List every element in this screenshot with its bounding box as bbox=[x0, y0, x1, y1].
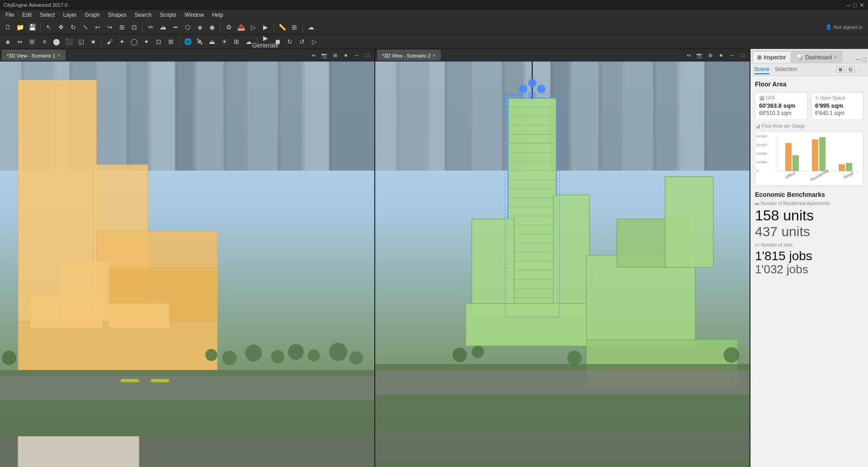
menu-scripts[interactable]: Scripts bbox=[156, 11, 180, 19]
save-btn[interactable]: 💾 bbox=[26, 21, 38, 33]
align-btn[interactable]: ⊞ bbox=[116, 21, 128, 33]
sep2-1 bbox=[101, 37, 102, 46]
view-btn[interactable]: ◱ bbox=[75, 36, 87, 48]
shape-btn[interactable]: ⬡ bbox=[182, 21, 193, 33]
left-max-btn[interactable]: □ bbox=[363, 51, 373, 60]
dynamic-btn[interactable]: ◉ bbox=[206, 21, 218, 33]
lasso-btn[interactable]: ◯ bbox=[128, 36, 140, 48]
svg-rect-41 bbox=[18, 437, 139, 467]
inspector-toggle-btn[interactable]: ⊡ bbox=[846, 66, 854, 73]
selection-subtab[interactable]: Selection bbox=[775, 65, 797, 74]
right-minus-btn[interactable]: ─ bbox=[727, 51, 737, 60]
measure-btn[interactable]: ⊞ bbox=[288, 21, 300, 33]
right-viewport[interactable] bbox=[375, 62, 750, 467]
terrain2-btn[interactable]: ⛰ bbox=[206, 36, 218, 48]
close-btn[interactable]: ✕ bbox=[859, 2, 864, 9]
menu-select[interactable]: Select bbox=[36, 11, 58, 19]
star-btn[interactable]: ★ bbox=[87, 36, 99, 48]
generate2-btn[interactable]: ▶ Generate bbox=[259, 36, 271, 48]
rotate-btn[interactable]: ↻ bbox=[67, 21, 79, 33]
jobs-icon: 🏷 bbox=[755, 243, 760, 248]
svg-point-86 bbox=[519, 85, 528, 93]
title-bar-controls[interactable]: ─ □ ✕ bbox=[846, 2, 864, 9]
redo-btn[interactable]: ↪ bbox=[104, 21, 116, 33]
right-sync-btn[interactable]: ⇔ bbox=[684, 51, 693, 60]
menu-file[interactable]: File bbox=[2, 11, 18, 19]
layers-btn[interactable]: ≡ bbox=[38, 36, 50, 48]
play-btn[interactable]: ▶ bbox=[259, 21, 271, 33]
cloud-btn[interactable]: ☁ bbox=[305, 21, 317, 33]
dashboard-icon: 📊 bbox=[797, 54, 803, 61]
svg-rect-56 bbox=[677, 62, 708, 171]
left-view-opts[interactable]: ⊞ bbox=[330, 51, 340, 60]
play2-btn[interactable]: ▷ bbox=[308, 36, 320, 48]
generate-btn[interactable]: ⚙ bbox=[223, 21, 235, 33]
dashboard-tab[interactable]: 📊 Dashboard ✕ bbox=[792, 51, 842, 63]
menu-shapes[interactable]: Shapes bbox=[104, 11, 130, 19]
minimize-btn[interactable]: ─ bbox=[846, 2, 850, 9]
left-minus-btn[interactable]: ─ bbox=[352, 51, 362, 60]
menu-layer[interactable]: Layer bbox=[59, 11, 80, 19]
menu-help[interactable]: Help bbox=[208, 11, 227, 19]
terrain-btn[interactable]: ⛰ bbox=[157, 21, 169, 33]
crop-btn[interactable]: ⊡ bbox=[153, 36, 165, 48]
stop-btn[interactable]: ⏹ bbox=[272, 36, 283, 48]
graph-btn[interactable]: ◈ bbox=[2, 36, 14, 48]
reload-btn[interactable]: ↺ bbox=[296, 36, 308, 48]
texture-btn[interactable]: ⬛ bbox=[63, 36, 75, 48]
paint2-btn[interactable]: 🖌 bbox=[104, 36, 116, 48]
sat-btn[interactable]: 🛰 bbox=[194, 36, 206, 48]
filter-btn[interactable]: ⊞ bbox=[26, 36, 38, 48]
menu-search[interactable]: Search bbox=[131, 11, 155, 19]
grid-btn[interactable]: ⊞ bbox=[231, 36, 242, 48]
left-view-tab[interactable]: *3D View - Scenario 1 ✕ bbox=[2, 50, 66, 61]
undo-btn[interactable]: ↩ bbox=[92, 21, 104, 33]
open-btn[interactable]: 📁 bbox=[14, 21, 26, 33]
dashboard-tab-close[interactable]: ✕ bbox=[834, 55, 837, 60]
office-bar-green bbox=[793, 155, 799, 171]
select-btn[interactable]: ↖ bbox=[43, 21, 55, 33]
menu-edit[interactable]: Edit bbox=[19, 11, 35, 19]
magic-btn[interactable]: ✦ bbox=[141, 36, 152, 48]
right-tab-close[interactable]: ✕ bbox=[432, 53, 436, 58]
refresh-btn[interactable]: ↻ bbox=[284, 36, 296, 48]
menu-window[interactable]: Window bbox=[181, 11, 208, 19]
export-btn[interactable]: 📤 bbox=[235, 21, 247, 33]
left-camera-btn[interactable]: 📷 bbox=[319, 51, 329, 60]
right-max-btn[interactable]: □ bbox=[738, 51, 748, 60]
svg-rect-31 bbox=[151, 379, 169, 382]
brush-btn[interactable]: ✦ bbox=[116, 36, 128, 48]
search2-btn[interactable]: ⇔ bbox=[14, 36, 26, 48]
static-btn[interactable]: ◈ bbox=[194, 21, 206, 33]
right-tab-label: *3D View - Scenario 2 bbox=[382, 53, 430, 58]
snap-btn[interactable]: ⊡ bbox=[128, 21, 140, 33]
inspector-chart-btn[interactable]: ⊞ bbox=[836, 66, 844, 73]
geo-btn[interactable]: 🌐 bbox=[182, 36, 193, 48]
inspector-tab[interactable]: ⊞ Inspector bbox=[752, 51, 791, 63]
left-sync-btn[interactable]: ⇔ bbox=[308, 51, 318, 60]
scale-btn[interactable]: ⤡ bbox=[80, 21, 91, 33]
inspector-more-btn[interactable]: ⋮ bbox=[856, 66, 864, 73]
right-view-tab[interactable]: *3D View - Scenario 2 ✕ bbox=[377, 50, 441, 61]
maximize-btn[interactable]: □ bbox=[853, 2, 857, 9]
ruler-btn[interactable]: 📏 bbox=[276, 21, 288, 33]
paint-btn[interactable]: ✏ bbox=[145, 21, 157, 33]
inspector-maximize-btn[interactable]: □ bbox=[863, 56, 866, 63]
right-star-btn[interactable]: ★ bbox=[716, 51, 726, 60]
shadow-btn[interactable]: ☀ bbox=[218, 36, 230, 48]
sign-in-status[interactable]: 👤 Not signed in bbox=[822, 24, 866, 30]
right-view-opts[interactable]: ⊞ bbox=[705, 51, 715, 60]
left-star-btn[interactable]: ★ bbox=[341, 51, 351, 60]
material-btn[interactable]: ⬤ bbox=[51, 36, 62, 48]
menu-graph[interactable]: Graph bbox=[81, 11, 103, 19]
move-btn[interactable]: ✥ bbox=[55, 21, 67, 33]
inspector-minimize-btn[interactable]: ─ bbox=[856, 56, 861, 63]
road-btn[interactable]: ━ bbox=[170, 21, 181, 33]
right-camera-btn[interactable]: 📷 bbox=[694, 51, 704, 60]
sim-btn[interactable]: ▷ bbox=[247, 21, 259, 33]
new-btn[interactable]: 🗋 bbox=[2, 21, 14, 33]
left-viewport[interactable] bbox=[0, 62, 374, 467]
align2-btn[interactable]: ⊞ bbox=[165, 36, 177, 48]
left-tab-close[interactable]: ✕ bbox=[57, 53, 61, 58]
scene-subtab[interactable]: Scene bbox=[754, 65, 769, 74]
